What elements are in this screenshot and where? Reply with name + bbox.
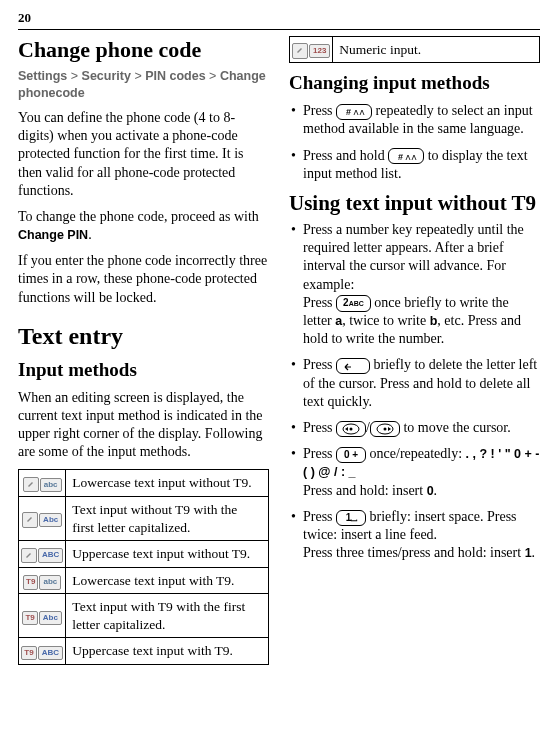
heading-changing-input-methods: Changing input methods <box>289 71 540 96</box>
path-pin-codes: PIN codes <box>145 69 205 83</box>
para-change-code-a: To change the phone code, proceed as wit… <box>18 209 259 224</box>
desc-numeric: Numeric input. <box>333 36 540 63</box>
text: Press <box>303 357 336 372</box>
key-2abc-icon: 2ABC <box>336 295 371 312</box>
desc-abc-lower: Lowercase text input without T9. <box>66 470 269 497</box>
text: Press a number key repeatedly until the … <box>303 222 524 292</box>
para-incorrect-three: If you enter the phone code incorrectly … <box>18 252 269 307</box>
nav-right-key-icon <box>370 421 400 437</box>
list-item: Press / to move the cursor. <box>289 419 540 437</box>
nav-left-key-icon <box>336 421 366 437</box>
page-number: 20 <box>18 10 540 27</box>
icon-t9-abc-upper: T9ABC <box>19 638 66 665</box>
input-methods-table: abc Lowercase text input without T9. Abc… <box>18 469 269 664</box>
list-item: Press and hold # to display the text inp… <box>289 147 540 183</box>
left-column: Change phone code Settings > Security > … <box>18 36 269 665</box>
heading-text-entry: Text entry <box>18 321 269 352</box>
desc-t9-abc-upper: Uppercase text input with T9. <box>66 638 269 665</box>
table-row: T9ABC Uppercase text input with T9. <box>19 638 269 665</box>
table-row: 123 Numeric input. <box>290 36 540 63</box>
pencil-icon <box>296 45 304 53</box>
text: Press three times/press and hold: insert <box>303 545 525 560</box>
text: Press <box>303 295 336 310</box>
svg-text:#: # <box>398 152 403 162</box>
desc-t9-abc-lower: Lowercase text input with T9. <box>66 567 269 594</box>
path-sep: > <box>134 69 145 83</box>
text: Press and hold <box>303 148 388 163</box>
svg-text:#: # <box>346 107 351 117</box>
right-column: 123 Numeric input. Changing input method… <box>289 36 540 665</box>
key-1space-icon: 1⎵ <box>336 510 366 526</box>
heading-change-phone-code: Change phone code <box>18 36 269 65</box>
list-item: Press a number key repeatedly until the … <box>289 221 540 348</box>
icon-123: 123 <box>290 36 333 63</box>
path-sep: > <box>71 69 82 83</box>
path-security: Security <box>82 69 131 83</box>
text: to move the cursor. <box>400 420 511 435</box>
label-change-pin: Change PIN <box>18 228 88 242</box>
pencil-icon <box>25 550 33 558</box>
path-sep: > <box>209 69 220 83</box>
list-item: Press briefly to delete the letter left … <box>289 356 540 411</box>
icon-abc-upper: ABC <box>19 541 66 568</box>
text: Press and hold: insert <box>303 483 427 498</box>
para-define-code: You can define the phone code (4 to 8-di… <box>18 109 269 200</box>
desc-abc-cap: Text input without T9 with the first let… <box>66 497 269 541</box>
icon-abc-lower: abc <box>19 470 66 497</box>
list-item: Press # repeatedly to select an input me… <box>289 102 540 138</box>
settings-breadcrumb: Settings > Security > PIN codes > Change… <box>18 68 269 101</box>
para-change-code: To change the phone code, proceed as wit… <box>18 208 269 244</box>
text: Press <box>303 509 336 524</box>
table-row: Abc Text input without T9 with the first… <box>19 497 269 541</box>
svg-point-5 <box>383 428 386 431</box>
key-0plus-icon: 0 + <box>336 447 366 463</box>
svg-point-3 <box>350 428 353 431</box>
icon-t9-abc-cap: T9Abc <box>19 594 66 638</box>
list-item: Press 1⎵ briefly: insert space. Press tw… <box>289 508 540 563</box>
table-row: T9abc Lowercase text input with T9. <box>19 567 269 594</box>
text: Press <box>303 446 336 461</box>
top-rule <box>18 29 540 30</box>
heading-input-methods: Input methods <box>18 358 269 383</box>
text: Press <box>303 103 336 118</box>
text: Press <box>303 420 336 435</box>
desc-abc-upper: Uppercase text input without T9. <box>66 541 269 568</box>
text: . <box>532 545 536 560</box>
bullets-changing: Press # repeatedly to select an input me… <box>289 102 540 183</box>
heading-without-t9: Using text input without T9 <box>289 191 540 215</box>
digit-0: 0 <box>427 484 434 498</box>
icon-t9-abc-lower: T9abc <box>19 567 66 594</box>
desc-t9-abc-cap: Text input with T9 with the first letter… <box>66 594 269 638</box>
para-input-methods: When an editing screen is displayed, the… <box>18 389 269 462</box>
text: once/repeatedly: <box>366 446 462 461</box>
hash-key-icon: # <box>388 148 424 164</box>
hash-key-icon: # <box>336 104 372 120</box>
para-change-code-c: . <box>88 227 92 242</box>
table-row: abc Lowercase text input without T9. <box>19 470 269 497</box>
table-row: T9Abc Text input with T9 with the first … <box>19 594 269 638</box>
pencil-icon <box>26 514 34 522</box>
numeric-input-table: 123 Numeric input. <box>289 36 540 64</box>
table-row: ABC Uppercase text input without T9. <box>19 541 269 568</box>
back-key-icon <box>336 358 370 374</box>
icon-abc-cap: Abc <box>19 497 66 541</box>
text: , twice to write <box>342 313 429 328</box>
pencil-icon <box>27 479 35 487</box>
list-item: Press 0 + once/repeatedly: . , ? ! ' " 0… <box>289 445 540 500</box>
text: . <box>434 483 438 498</box>
path-settings: Settings <box>18 69 67 83</box>
bullets-without-t9: Press a number key repeatedly until the … <box>289 221 540 562</box>
digit-1: 1 <box>525 546 532 560</box>
